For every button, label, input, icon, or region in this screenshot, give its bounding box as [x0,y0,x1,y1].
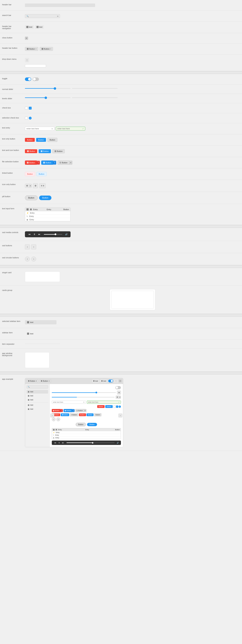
selection-checkbox-unchecked[interactable] [25,117,28,120]
osd-progress-bar[interactable] [44,234,62,235]
app-text-input-1[interactable] [53,401,83,403]
text-button-red[interactable]: Button [25,138,35,142]
osd-skip-back-button[interactable]: ⏮ [28,233,31,236]
app-dropdown-trigger[interactable]: ⋮ [114,379,118,383]
app-sidebar-item-3[interactable]: text [27,398,48,402]
osd-prev-button[interactable]: ‹ [25,244,30,249]
osd-volume-icon[interactable]: 🔊 [65,233,68,236]
text-entry-input-1[interactable] [27,128,51,130]
osd-pause-button[interactable]: ⏸ [33,233,36,236]
icon-button-gear[interactable]: ⚙ [33,183,38,188]
app-sidebar-item-2[interactable]: text [27,394,48,398]
app-slider-2[interactable] [52,397,115,398]
header-bar-button-2[interactable]: Button ▾ [40,47,53,51]
app-sidebar-item-5[interactable]: text [27,407,48,411]
app-radio-checked[interactable]: ✓ [119,406,121,408]
file-btn-neutral-main[interactable]: Button [58,161,69,164]
app-pill-neutral[interactable]: Button [76,423,86,426]
app-form-row-1[interactable]: ⚡ Entry [52,431,121,434]
levels-slider-1[interactable] [25,98,71,98]
search-clear-icon[interactable]: ⊗ [57,15,59,17]
nav-item-1[interactable]: text [25,25,34,29]
app-next-button[interactable]: › [118,414,122,418]
app-toggle[interactable] [108,380,113,382]
text-icon-button-neutral[interactable]: Button [52,149,65,153]
pill-button-neutral[interactable]: Button [25,196,38,200]
toggle-on[interactable] [25,78,31,81]
slider-thumb[interactable] [54,87,56,90]
app-osd-skip-back[interactable]: ⏮ [54,442,57,444]
app-slider-1[interactable] [52,392,116,393]
app-slider-gear-main[interactable]: ⚙ [116,396,119,399]
app-file-btn-blue-arrow[interactable]: ▾ [72,409,74,412]
app-circular-next[interactable]: › [56,418,60,421]
app-file-btn-neutral-arrow[interactable]: ▾ [84,409,86,412]
tinted-button-red[interactable]: Button [25,172,35,176]
app-text-entry-2[interactable]: ✓ [87,400,121,404]
app-file-btn-red-arrow[interactable]: ▾ [60,409,63,412]
checkbox-unchecked[interactable] [25,107,28,110]
app-osd-progress-thumb[interactable] [92,442,93,444]
search-bar[interactable]: 🔍 ⊗ [25,14,60,18]
app-search-input[interactable] [30,386,50,388]
app-titlebar-btn-2[interactable]: Button ▾ [39,380,51,383]
osd-next-button[interactable]: › [31,244,36,249]
osd-circular-next-button[interactable]: › [31,256,36,262]
file-btn-neutral-arrow[interactable]: ▾ [69,161,72,164]
app-sidebar-item-4[interactable]: text [27,403,48,407]
app-form-row-3[interactable]: ▣ Entry [52,436,121,439]
app-osd-volume-icon[interactable]: 🔊 [117,442,119,444]
app-text-entry-1[interactable]: ⊗ [52,400,86,404]
app-nav-item-2[interactable]: text [100,380,107,382]
icon-btn-arrow[interactable]: ▾ [29,184,32,187]
app-checkbox-unchecked[interactable] [113,406,116,408]
icon-btn-main[interactable]: ⚙ [25,184,29,188]
single-card[interactable] [25,272,60,282]
form-row-1[interactable]: ⚡ Entry [25,211,70,214]
app-file-btn-blue-main[interactable]: Button [64,409,72,412]
selected-sidebar-item[interactable]: text [25,320,57,324]
file-btn-blue-main[interactable]: Button [41,161,53,164]
cards-group[interactable] [110,289,155,310]
file-btn-red-main[interactable]: Button [25,161,37,164]
app-icon-btn-blue[interactable]: Button [61,414,69,416]
levels-thumb-1[interactable] [45,96,47,99]
text-entry-2[interactable]: ✓ [56,127,85,130]
pill-button-blue[interactable]: Button [39,196,52,200]
close-button[interactable]: × [25,36,28,40]
osd-circular-prev-button[interactable]: ‹ [25,256,30,262]
sidebar-item[interactable]: text [25,332,50,336]
app-file-btn-neutral-main[interactable]: Button [76,409,84,412]
nav-item-2[interactable]: text [35,25,44,29]
app-mini-toggle[interactable] [115,386,121,389]
text-button-blue[interactable]: Button [36,138,46,142]
osd-progress-thumb[interactable] [55,234,56,235]
app-close-button[interactable]: × [119,380,122,382]
app-checkbox-checked[interactable]: ✓ [116,406,118,408]
header-bar-button-1[interactable]: Button ▾ [25,47,38,51]
form-row-2[interactable]: ↻ Entry [25,214,70,218]
app-slider-1-gear[interactable]: ⚙ [117,390,121,394]
app-btn-red-1[interactable]: Button [97,405,105,408]
app-form-row-2[interactable]: ↻ Entry [52,434,121,436]
dropdown-trigger[interactable]: ⋮ [25,58,29,62]
tinted-button-blue[interactable]: Button [37,172,47,176]
osd-skip-forward-button[interactable]: ⏭ [38,233,41,236]
app-osd-skip-forward[interactable]: ⏭ [62,442,64,444]
selection-checkbox-checked[interactable]: ✓ [29,117,32,120]
app-text-input-2[interactable] [88,401,118,403]
app-osd-progress[interactable] [67,442,115,443]
icon-button-settings[interactable]: ⚙ ⚙ [39,183,46,188]
normal-slider[interactable] [25,88,71,89]
file-btn-blue-arrow[interactable]: ▾ [53,161,56,164]
form-row-3[interactable]: ▣ Entry [25,218,70,221]
app-titlebar-btn-1[interactable]: Button ▾ [27,380,38,383]
app-pill-blue[interactable]: Button [87,423,97,426]
app-slider-gear-arrow[interactable]: ▾ [119,396,121,398]
checkbox-checked[interactable]: ✓ [29,107,32,110]
app-btn-blue-1[interactable]: Button [105,405,113,408]
app-btn-neutral-plain[interactable]: Button [94,413,101,416]
normal-slider-2[interactable] [72,88,118,89]
app-nav-item-1[interactable]: text [92,380,99,382]
app-file-btn-red-main[interactable]: Button [52,409,60,412]
